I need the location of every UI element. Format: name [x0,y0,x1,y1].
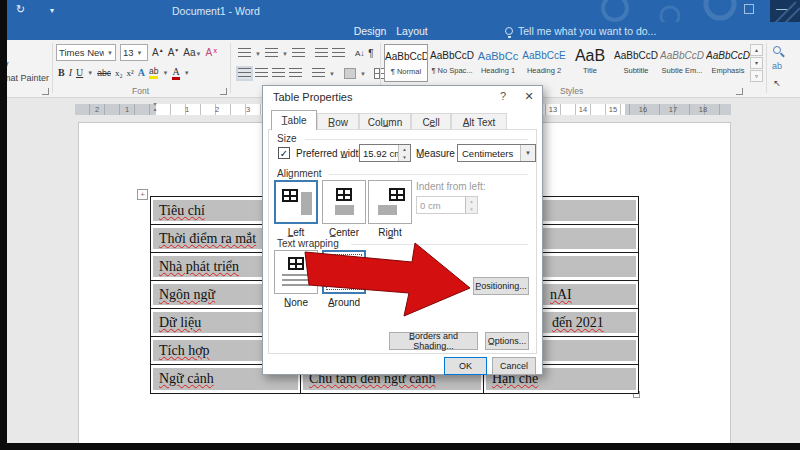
options-button[interactable]: O̲ptions... [485,332,529,350]
qat-customize-icon[interactable]: ▾ [50,6,54,15]
style-chip-normal[interactable]: AaBbCcDc ¶ Normal [384,44,428,82]
dialog-title: Table Properties [273,91,353,103]
alignment-right-label: Rig̲ht [368,227,412,238]
ruler-mark: 18 [699,105,707,114]
font-name-combo[interactable]: Times New Ro▼ [56,44,116,61]
font-name-value: Times New Ro [59,47,104,58]
style-sample: AaBbCcDc [385,45,427,67]
lightbulb-icon [505,27,513,35]
sort-icon[interactable]: A↓ [355,49,364,58]
line-spacing-dropdown-icon[interactable]: ▼ [329,71,335,77]
show-formatting-marks-icon[interactable]: ¶ [368,48,373,59]
style-chip-heading1[interactable]: AaBbCc Heading 1 [476,44,520,82]
ruler-mark: 15 [609,105,617,114]
tab-table-design[interactable]: Design [348,22,392,40]
subscript-icon[interactable]: x₂ [115,68,123,78]
alignment-right-button[interactable] [368,180,412,224]
bold-icon[interactable]: B [58,67,65,78]
table-move-handle[interactable]: + [137,189,148,200]
change-case-icon[interactable]: Aa▼ [183,47,201,58]
dialog-tab-row[interactable]: R̲ow [317,113,359,130]
combo-dropdown-icon[interactable]: ▼ [520,145,535,161]
ruler-mark: 1 [125,105,129,114]
bullet-list-dropdown-icon[interactable]: ▼ [255,51,261,57]
spinner-arrows-icon[interactable]: ▲▼ [398,145,410,161]
find-icon[interactable] [773,46,781,54]
style-chip-subtitle[interactable]: AaBbCcD Subtitle [614,44,658,82]
dialog-close-icon[interactable]: ✕ [521,90,537,103]
format-painter-label-fragment[interactable]: mat Painter [3,73,49,83]
wrapping-none-button[interactable] [274,250,318,294]
styles-dialog-launcher-icon[interactable] [736,88,743,95]
wrapping-around-button[interactable] [322,250,366,294]
style-chip-title[interactable]: AaB Title [568,44,612,82]
indent-markers-icon[interactable]: ▾▴ [150,102,160,112]
borders-and-shading-button[interactable]: B̲orders and Shading... [389,332,478,350]
underline-icon[interactable]: U [76,67,83,78]
font-color-dropdown-icon[interactable]: ▼ [184,70,190,76]
dialog-tab-cell[interactable]: Ce̲ll [411,113,451,130]
numbered-list-icon[interactable] [265,48,278,59]
align-left-icon[interactable] [238,68,251,79]
ribbon-display-options-icon[interactable] [744,4,754,14]
style-chip-heading2[interactable]: AaBbCcE Heading 2 [522,44,566,82]
underline-dropdown-icon[interactable]: ▼ [87,70,93,76]
font-size-combo[interactable]: 13▼ [120,44,148,61]
styles-gallery-more-icon[interactable]: ▿ [750,70,763,82]
align-justify-icon[interactable] [289,68,302,79]
alignment-left-button[interactable] [274,180,318,224]
positioning-button[interactable]: P̲ositioning... [473,277,529,295]
redo-icon[interactable]: ↻ [16,3,25,16]
ruler-mark: 17 [669,105,677,114]
titlebar-decoration [560,0,800,22]
dialog-tab-alt-text[interactable]: A̲lt Text [451,113,507,130]
highlight-dropdown-icon[interactable]: ▼ [162,70,168,76]
style-chip-subtle-emphasis[interactable]: AaBbCcDt Subtle Em... [660,44,704,82]
shading-dropdown-icon[interactable]: ▼ [360,71,366,77]
minimize-button[interactable]: — [776,2,787,14]
styles-scroll-down-icon[interactable]: ▾ [750,57,763,69]
ruler-mark: 1 [185,105,189,114]
numbered-list-dropdown-icon[interactable]: ▼ [282,51,288,57]
replace-icon[interactable]: ab [772,61,782,71]
align-right-icon[interactable] [272,68,285,79]
clipboard-dialog-launcher-icon[interactable] [42,88,49,95]
cancel-button[interactable]: Cancel [492,357,536,375]
preferred-width-spinner[interactable]: 15.92 cm ▲▼ [359,144,411,162]
styles-scroll-up-icon[interactable]: ▴ [750,44,763,56]
ruler-mark: 16 [639,105,647,114]
bullet-list-icon[interactable] [238,48,251,59]
ok-button[interactable]: OK [444,357,487,375]
grow-font-icon[interactable]: A▲ [152,47,164,58]
decrease-indent-icon[interactable] [315,48,328,59]
tab-table-layout[interactable]: Layout [390,22,434,40]
font-color-icon[interactable]: A [172,66,179,80]
measure-in-combo[interactable]: Centimeters ▼ [457,144,536,162]
dialog-tab-table[interactable]: T̲able [271,110,317,130]
highlight-icon[interactable]: ab [149,66,158,79]
clear-formatting-icon[interactable]: A [205,47,212,58]
text-effects-icon[interactable]: A [138,67,145,78]
shrink-font-icon[interactable]: A▼ [168,47,180,58]
text-wrapping-group-label: Text wrapping [277,238,343,249]
align-center-icon[interactable] [255,68,268,79]
ruler-mark: 14 [579,105,587,114]
select-icon[interactable]: ↖ [773,78,781,88]
dialog-help-button[interactable]: ? [495,90,511,102]
dialog-tab-column[interactable]: Colu̲mn [359,113,411,130]
tell-me-box[interactable]: Tell me what you want to do... [505,22,656,40]
italic-icon[interactable]: I [69,67,72,78]
shading-icon[interactable] [344,68,356,79]
style-chip-no-spacing[interactable]: AaBbCcDc ¶ No Spac... [430,44,474,82]
strikethrough-icon[interactable]: abc [97,68,111,78]
increase-indent-icon[interactable] [332,48,345,59]
alignment-center-button[interactable] [322,180,366,224]
preferred-width-checkbox[interactable]: ✓ [278,147,290,159]
font-dialog-launcher-icon[interactable] [220,88,227,95]
indent-from-left-value: 0 cm [420,200,441,211]
superscript-icon[interactable]: x² [127,68,134,78]
style-chip-emphasis[interactable]: AaBbCcDt Emphasis [706,44,750,82]
multilevel-list-icon[interactable] [292,48,305,59]
preferred-width-value: 15.92 cm [363,148,402,159]
line-spacing-icon[interactable] [312,68,325,79]
